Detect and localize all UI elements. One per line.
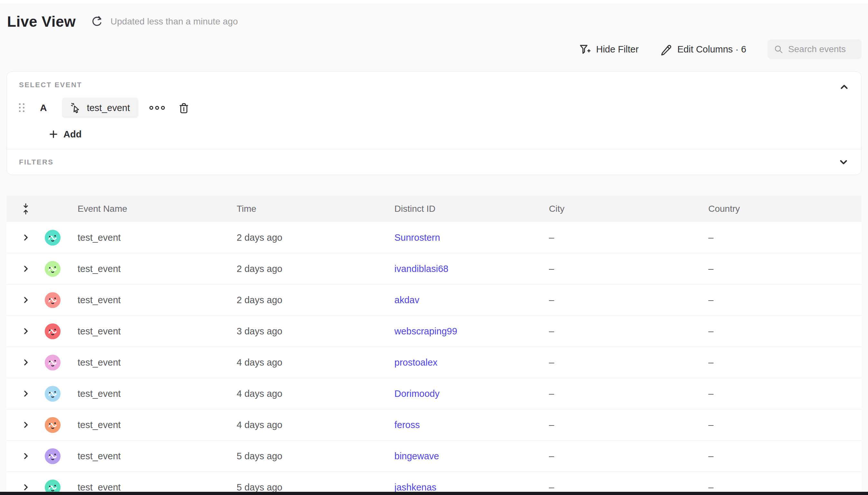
hide-filter-button[interactable]: Hide Filter — [579, 43, 639, 55]
distinct-id-link[interactable]: akdav — [394, 295, 419, 305]
distinct-id-link[interactable]: bingewave — [394, 451, 439, 461]
distinct-id-link[interactable]: feross — [394, 420, 420, 430]
cell-event-name: test_event — [76, 326, 235, 337]
chevron-right-icon — [21, 358, 30, 366]
updated-status: Updated less than a minute ago — [110, 16, 238, 27]
cell-event-name: test_event — [76, 263, 235, 274]
column-header-country: Country — [707, 204, 862, 214]
chevron-right-icon — [21, 452, 30, 460]
row-expander-button[interactable] — [21, 327, 30, 335]
chevron-right-icon — [21, 327, 30, 335]
distinct-id-link[interactable]: jashkenas — [394, 482, 437, 492]
select-event-label: SELECT EVENT — [19, 81, 849, 89]
cell-time: 4 days ago — [235, 420, 392, 430]
distinct-id-link[interactable]: prostoalex — [394, 357, 438, 368]
table-row: test_event 4 days ago Dorimoody – – — [6, 378, 862, 409]
add-event-button[interactable]: Add — [49, 128, 82, 141]
user-avatar — [45, 292, 61, 308]
filters-section[interactable]: FILTERS — [7, 149, 861, 175]
cell-time: 3 days ago — [235, 326, 392, 337]
page-title: Live View — [7, 13, 76, 30]
user-avatar — [45, 417, 61, 433]
event-chip-label: test_event — [87, 103, 130, 113]
row-expander-button[interactable] — [21, 358, 30, 366]
column-header-distinct-id: Distinct ID — [392, 204, 547, 214]
cell-city: – — [547, 451, 707, 462]
column-header-event: Event Name — [76, 204, 235, 214]
chevron-right-icon — [21, 483, 30, 492]
trash-icon — [178, 102, 190, 114]
table-row: test_event 2 days ago ivandiblasi68 – – — [6, 253, 862, 285]
bottom-edge-bar — [0, 492, 868, 495]
cell-country: – — [707, 420, 862, 430]
distinct-id-link[interactable]: Sunrostern — [394, 233, 440, 243]
collapse-all-rows-button[interactable] — [21, 203, 30, 215]
user-avatar — [45, 386, 61, 402]
cell-country: – — [707, 295, 862, 305]
refresh-icon — [91, 15, 103, 28]
event-row: A test_event — [19, 98, 849, 118]
collapse-section-button[interactable] — [839, 82, 850, 93]
cell-time: 5 days ago — [235, 451, 392, 462]
filters-label: FILTERS — [19, 158, 54, 166]
cell-time: 2 days ago — [235, 263, 392, 274]
column-header-city: City — [547, 204, 707, 214]
more-options-button[interactable] — [149, 106, 165, 110]
chevron-right-icon — [21, 296, 30, 304]
cell-city: – — [547, 263, 707, 274]
cell-event-name: test_event — [76, 233, 235, 243]
refresh-button[interactable] — [90, 15, 103, 28]
cell-time: 4 days ago — [235, 389, 392, 399]
table-row: test_event 2 days ago akdav – – — [6, 285, 862, 316]
row-expander-button[interactable] — [21, 421, 30, 429]
table-body: test_event 2 days ago Sunrostern – – tes… — [6, 222, 862, 495]
cell-country: – — [707, 357, 862, 368]
row-expander-button[interactable] — [21, 233, 30, 242]
table-header: Event Name Time Distinct ID City Country — [6, 196, 862, 222]
cell-event-name: test_event — [76, 482, 235, 493]
cell-country: – — [707, 263, 862, 274]
event-selector-chip[interactable]: test_event — [62, 98, 138, 118]
table-row: test_event 2 days ago Sunrostern – – — [6, 222, 862, 253]
user-avatar — [45, 448, 61, 464]
cell-city: – — [547, 482, 707, 493]
event-letter: A — [40, 102, 47, 113]
cursor-click-icon — [70, 102, 82, 114]
chevron-right-icon — [21, 264, 30, 273]
cell-time: 2 days ago — [235, 233, 392, 243]
chevron-right-icon — [21, 233, 30, 242]
cell-country: – — [707, 389, 862, 399]
distinct-id-link[interactable]: ivandiblasi68 — [394, 263, 448, 274]
row-expander-button[interactable] — [21, 483, 30, 492]
chevron-down-icon — [838, 157, 849, 168]
cell-city: – — [547, 326, 707, 337]
add-label: Add — [64, 129, 82, 140]
cell-city: – — [547, 295, 707, 305]
drag-handle[interactable] — [19, 103, 25, 113]
cell-event-name: test_event — [76, 389, 235, 399]
row-expander-button[interactable] — [21, 264, 30, 273]
delete-event-button[interactable] — [178, 102, 190, 114]
chevron-right-icon — [21, 389, 30, 398]
column-header-time: Time — [235, 204, 392, 214]
cell-city: – — [547, 420, 707, 430]
search-box[interactable] — [768, 39, 862, 59]
page-header: Live View Updated less than a minute ago — [0, 4, 868, 32]
edit-columns-button[interactable]: Edit Columns · 6 — [660, 43, 746, 55]
cell-time: 4 days ago — [235, 357, 392, 368]
cell-city: – — [547, 233, 707, 243]
distinct-id-link[interactable]: webscraping99 — [394, 326, 457, 336]
cell-country: – — [707, 233, 862, 243]
expand-filters-button[interactable] — [838, 157, 849, 168]
cell-country: – — [707, 451, 862, 462]
select-event-section: SELECT EVENT A test_event — [7, 72, 861, 149]
toolbar: Hide Filter Edit Columns · 6 — [0, 39, 868, 59]
row-expander-button[interactable] — [21, 296, 30, 304]
cell-event-name: test_event — [76, 295, 235, 305]
row-expander-button[interactable] — [21, 389, 30, 398]
distinct-id-link[interactable]: Dorimoody — [394, 389, 440, 399]
plus-icon — [49, 130, 58, 139]
row-expander-button[interactable] — [21, 452, 30, 460]
search-input[interactable] — [788, 44, 855, 54]
cell-country: – — [707, 482, 862, 493]
